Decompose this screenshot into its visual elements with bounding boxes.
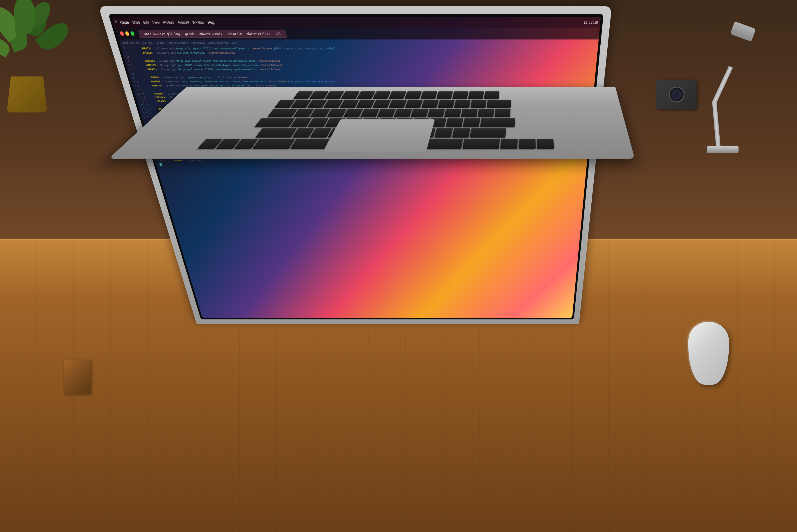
- git-line-6: | * c391e7e - (2 days ago) =pro update m…: [132, 76, 592, 80]
- git-time-2: - (11 hours ago): [153, 51, 176, 55]
- key-y[interactable]: [377, 109, 396, 117]
- menu-shell[interactable]: Shell: [132, 20, 140, 25]
- git-hash-2: e4fa103: [142, 51, 153, 55]
- git-hash-5: 30647fe: [147, 68, 158, 72]
- git-graph-10: * | |: [138, 96, 156, 100]
- key-i[interactable]: [410, 109, 429, 117]
- key-return[interactable]: [480, 118, 515, 127]
- git-hash-9: 642ded7: [154, 92, 164, 96]
- menu-app-name: iTerm: [119, 20, 129, 25]
- git-graph-23: * | | | | | |: [157, 159, 174, 163]
- git-msg-1: Merge pull request #17619 from stephenan…: [175, 47, 252, 51]
- git-msg-5: Merge pull request #17605 from akka/wip-…: [178, 68, 260, 72]
- git-branch-1: (HEAD -> master, origin/master, origin/H…: [273, 47, 336, 51]
- laptop-trackpad[interactable]: [323, 119, 435, 152]
- key-f5[interactable]: [373, 91, 391, 99]
- camera-lens: [669, 87, 685, 102]
- key-alt-right[interactable]: [500, 139, 517, 149]
- key-backslash[interactable]: [494, 109, 510, 117]
- plant-decoration: [0, 0, 86, 157]
- git-hash-6: c391e7e: [149, 76, 160, 80]
- key-f4[interactable]: [357, 91, 375, 99]
- git-hash-4: d782cf5: [146, 64, 156, 68]
- key-minus[interactable]: [454, 100, 470, 108]
- key-f3[interactable]: [341, 91, 360, 99]
- key-semicolon[interactable]: [445, 118, 463, 127]
- menu-view[interactable]: View: [152, 20, 160, 25]
- key-u[interactable]: [394, 109, 412, 117]
- key-period[interactable]: [434, 128, 453, 138]
- key-shift-right[interactable]: [470, 128, 506, 138]
- key-f12[interactable]: [484, 91, 499, 99]
- menu-edit[interactable]: Edit: [143, 20, 149, 25]
- git-graph-d3: |\ \: [136, 88, 154, 92]
- key-f8[interactable]: [420, 91, 437, 99]
- key-arrow-right[interactable]: [536, 139, 554, 149]
- key-8[interactable]: [405, 100, 423, 108]
- apple-menu-icon[interactable]: : [114, 19, 118, 25]
- key-7[interactable]: [388, 100, 407, 108]
- close-button[interactable]: [119, 32, 124, 36]
- key-lbracket[interactable]: [461, 109, 478, 117]
- menu-clock: 13:12:30: [583, 20, 598, 24]
- terminal-tab[interactable]: akka-source: git log --graph --abbrev-co…: [138, 30, 286, 38]
- key-slash[interactable]: [452, 128, 470, 138]
- menu-help[interactable]: Help: [207, 20, 215, 25]
- key-o[interactable]: [427, 109, 445, 117]
- menu-toolbelt[interactable]: Toolbelt: [177, 20, 189, 25]
- keyboard-row-1: [186, 91, 606, 99]
- screen-display:  iTerm Shell Edit View Profiles Toolbel…: [111, 17, 601, 318]
- maximize-button[interactable]: [130, 32, 135, 36]
- key-equals[interactable]: [470, 100, 486, 108]
- plant-pot: [7, 76, 47, 113]
- key-0[interactable]: [438, 100, 455, 108]
- key-f11[interactable]: [468, 91, 484, 99]
- git-graph-7: * |: [133, 80, 151, 84]
- git-graph-4: *: [129, 64, 147, 68]
- key-quote[interactable]: [463, 118, 480, 127]
- key-f7[interactable]: [404, 91, 422, 99]
- key-6[interactable]: [372, 100, 391, 108]
- key-arrow-left[interactable]: [518, 139, 536, 149]
- key-f6[interactable]: [388, 91, 406, 99]
- git-line-divider-2: |\: [131, 72, 593, 76]
- key-cmd-right[interactable]: [462, 139, 500, 149]
- git-graph-6: | *: [132, 76, 150, 80]
- git-line-7: * | 1d44be4 - (2 days ago) docs, comment…: [133, 80, 592, 84]
- git-time-23: - (7 days ago): [184, 159, 202, 163]
- key-tab[interactable]: [267, 109, 297, 117]
- menu-profiles[interactable]: Profiles: [163, 20, 174, 25]
- key-f10[interactable]: [452, 91, 468, 99]
- lamp-head: [730, 21, 756, 42]
- key-rbracket[interactable]: [477, 109, 494, 117]
- key-t[interactable]: [360, 109, 379, 117]
- menu-bar:  iTerm Shell Edit View Profiles Toolbel…: [111, 17, 601, 28]
- git-msg-2: Fix code formatting. -: [176, 51, 208, 55]
- key-p[interactable]: [444, 109, 461, 117]
- git-hash-1: 826072c: [141, 47, 152, 51]
- git-hash-11: 1524867: [156, 100, 166, 103]
- git-author-23: [203, 159, 204, 163]
- key-f9[interactable]: [436, 91, 453, 99]
- lamp-arm-upper: [712, 66, 733, 104]
- key-4[interactable]: [339, 100, 359, 108]
- macbook-laptop:  iTerm Shell Edit View Profiles Toolbel…: [118, 76, 658, 436]
- keyboard-row-3: [167, 109, 610, 117]
- git-msg-4: |per #16797 rename defer to deferAsync, …: [177, 64, 261, 68]
- minimize-button[interactable]: [125, 32, 130, 36]
- menu-window[interactable]: Window: [192, 20, 205, 25]
- git-line-3: * 228ace4 - (2 days ago) Merge pull requ…: [127, 59, 594, 63]
- laptop-lid:  iTerm Shell Edit View Profiles Toolbel…: [98, 6, 612, 324]
- git-time-3: - (2 days ago): [155, 59, 176, 63]
- key-shift-left[interactable]: [255, 128, 297, 138]
- key-9[interactable]: [421, 100, 438, 108]
- git-line-2: * e4fa103 - (11 hours ago) Fix code form…: [125, 51, 594, 55]
- git-line-4: * d782cf5 - (3 days ago) |per #16797 ren…: [129, 64, 593, 68]
- key-5[interactable]: [356, 100, 375, 108]
- terminal-content-area[interactable]: akka-source: git log --graph --abbrev-co…: [118, 40, 599, 318]
- key-cmd-left[interactable]: [252, 139, 296, 149]
- git-graph-d4: |\ \ \: [140, 104, 158, 108]
- key-delete[interactable]: [486, 100, 511, 108]
- key-r[interactable]: [343, 109, 363, 117]
- key-capslock[interactable]: [254, 118, 295, 127]
